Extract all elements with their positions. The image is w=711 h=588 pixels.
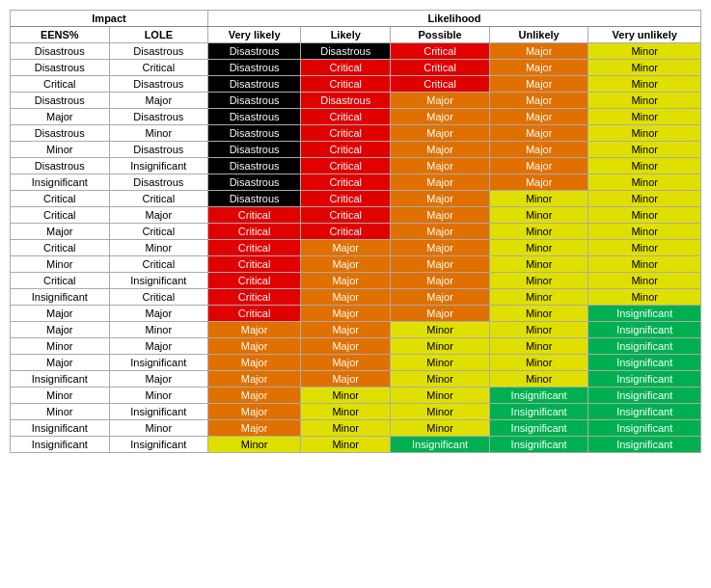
cell: Minor [489,306,588,322]
cell: Minor [301,388,391,404]
cell: Major [109,371,208,388]
cell: Disastrous [208,43,301,60]
cell: Disastrous [109,76,208,93]
table-row: MinorMajorMajorMajorMinorMinorInsignific… [11,338,701,355]
cell: Major [489,158,588,174]
cell: Minor [489,355,588,371]
cell: Major [301,273,391,289]
table-row: DisastrousCriticalDisastrousCriticalCrit… [11,60,701,76]
cell: Major [391,224,490,240]
cell: Major [208,322,301,338]
cell: Minor [588,256,701,273]
cell: Minor [301,420,391,437]
cell: Insignificant [588,437,701,453]
table-row: MajorInsignificantMajorMajorMinorMinorIn… [11,355,701,371]
cell: Minor [588,273,701,289]
table-row: CriticalInsignificantCriticalMajorMajorM… [11,273,701,289]
cell: Minor [588,76,701,93]
cell: Insignificant [109,437,208,453]
cell: Minor [109,125,208,142]
cell: Minor [11,338,110,355]
table-row: InsignificantMinorMajorMinorMinorInsigni… [11,420,701,437]
cell: Major [301,306,391,322]
cell: Minor [11,142,110,158]
table-row: CriticalMajorCriticalCriticalMajorMinorM… [11,207,701,224]
cell: Major [489,174,588,191]
cell: Disastrous [208,125,301,142]
cell: Major [391,240,490,256]
cell: Insignificant [588,306,701,322]
cell: Critical [301,142,391,158]
col-header-vl: Very likely [208,27,301,43]
cell: Insignificant [489,437,588,453]
cell: Disastrous [208,158,301,174]
cell: Major [391,273,490,289]
cell: Minor [301,437,391,453]
cell: Disastrous [208,142,301,158]
cell: Minor [489,191,588,207]
cell: Major [301,371,391,388]
cell: Minor [588,174,701,191]
cell: Major [208,355,301,371]
cell: Disastrous [109,174,208,191]
table-row: InsignificantInsignificantMinorMinorInsi… [11,437,701,453]
cell: Minor [588,142,701,158]
cell: Major [109,338,208,355]
cell: Major [391,142,490,158]
cell: Critical [301,224,391,240]
cell: Insignificant [489,388,588,404]
cell: Minor [489,256,588,273]
cell: Critical [301,60,391,76]
cell: Insignificant [588,355,701,371]
table-row: MinorCriticalCriticalMajorMajorMinorMino… [11,256,701,273]
cell: Major [391,125,490,142]
cell: Minor [489,371,588,388]
cell: Critical [301,158,391,174]
cell: Disastrous [301,43,391,60]
cell: Disastrous [208,109,301,125]
cell: Major [301,355,391,371]
table-row: DisastrousMajorDisastrousDisastrousMajor… [11,93,701,109]
cell: Insignificant [391,437,490,453]
table-row: MinorDisastrousDisastrousCriticalMajorMa… [11,142,701,158]
cell: Insignificant [588,420,701,437]
cell: Critical [109,289,208,306]
cell: Insignificant [109,404,208,420]
cell: Minor [391,388,490,404]
likelihood-header: Likelihood [208,11,701,27]
cell: Insignificant [11,289,110,306]
cell: Critical [208,224,301,240]
cell: Critical [208,256,301,273]
cell: Minor [489,289,588,306]
cell: Critical [208,273,301,289]
cell: Critical [301,191,391,207]
cell: Minor [109,322,208,338]
cell: Critical [208,240,301,256]
col-header-u: Unlikely [489,27,588,43]
col-header-eens: EENS% [11,27,110,43]
cell: Major [301,256,391,273]
cell: Insignificant [11,420,110,437]
cell: Minor [489,240,588,256]
cell: Major [391,207,490,224]
table-row: DisastrousInsignificantDisastrousCritica… [11,158,701,174]
cell: Insignificant [588,388,701,404]
cell: Critical [301,76,391,93]
cell: Insignificant [588,338,701,355]
cell: Minor [11,256,110,273]
col-header-l: Likely [301,27,391,43]
table-row: CriticalMinorCriticalMajorMajorMinorMino… [11,240,701,256]
cell: Minor [11,404,110,420]
cell: Critical [301,207,391,224]
cell: Major [109,306,208,322]
cell: Critical [11,76,110,93]
cell: Minor [391,404,490,420]
cell: Major [301,338,391,355]
cell: Major [391,256,490,273]
table-row: MajorDisastrousDisastrousCriticalMajorMa… [11,109,701,125]
cell: Disastrous [11,158,110,174]
cell: Critical [109,224,208,240]
cell: Disastrous [208,76,301,93]
cell: Minor [109,240,208,256]
cell: Major [489,93,588,109]
